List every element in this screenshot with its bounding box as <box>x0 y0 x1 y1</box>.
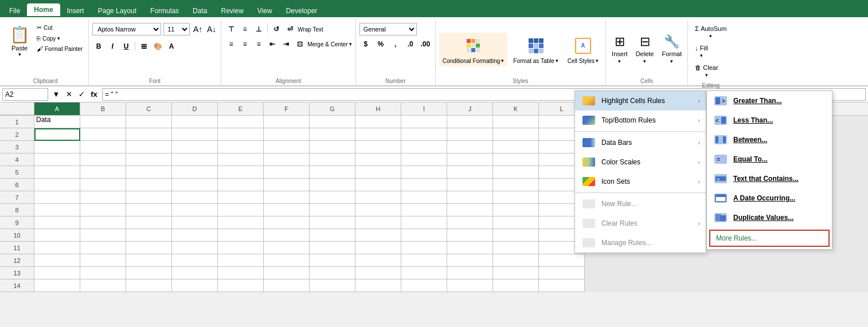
col-header-g[interactable]: G <box>310 103 355 115</box>
cell-a2[interactable] <box>34 128 80 141</box>
cell-h6[interactable] <box>355 179 401 191</box>
cell-b10[interactable] <box>80 229 126 242</box>
cell-d7[interactable] <box>172 191 218 204</box>
cell-j1[interactable] <box>447 116 493 128</box>
cell-h1[interactable] <box>355 116 401 128</box>
cell-j2[interactable] <box>447 128 493 141</box>
format-button[interactable]: 🔧 Format ▾ <box>659 32 684 66</box>
cell-a12[interactable] <box>34 254 80 267</box>
col-header-e[interactable]: E <box>218 103 264 115</box>
cell-d4[interactable] <box>172 153 218 166</box>
col-header-h[interactable]: H <box>355 103 401 115</box>
cell-c6[interactable] <box>126 179 172 191</box>
cell-a11[interactable] <box>34 242 80 254</box>
font-size-select[interactable]: 11 <box>163 23 190 36</box>
cell-a13[interactable] <box>34 267 80 279</box>
cell-h4[interactable] <box>355 153 401 166</box>
cell-g12[interactable] <box>310 254 355 267</box>
cell-f14[interactable] <box>264 279 310 292</box>
cell-a4[interactable] <box>34 153 80 166</box>
cell-b8[interactable] <box>80 204 126 216</box>
cell-b11[interactable] <box>80 242 126 254</box>
cell-b1[interactable] <box>80 116 126 128</box>
cell-f5[interactable] <box>264 166 310 179</box>
cell-c13[interactable] <box>126 267 172 279</box>
col-header-b[interactable]: B <box>80 103 126 115</box>
tab-insert[interactable]: Insert <box>60 5 91 17</box>
col-header-d[interactable]: D <box>172 103 218 115</box>
cell-c11[interactable] <box>126 242 172 254</box>
sub-equal-item[interactable]: = Equal To... <box>707 149 832 169</box>
currency-button[interactable]: $ <box>359 38 372 50</box>
cell-i2[interactable] <box>401 128 447 141</box>
cell-e13[interactable] <box>218 267 264 279</box>
cell-c14[interactable] <box>126 279 172 292</box>
tab-formulas[interactable]: Formulas <box>143 5 186 17</box>
cell-e8[interactable] <box>218 204 264 216</box>
cell-i12[interactable] <box>401 254 447 267</box>
cell-j8[interactable] <box>447 204 493 216</box>
cell-l14[interactable] <box>539 279 585 292</box>
col-header-f[interactable]: F <box>264 103 310 115</box>
cell-k5[interactable] <box>493 166 539 179</box>
cell-d12[interactable] <box>172 254 218 267</box>
cell-j6[interactable] <box>447 179 493 191</box>
borders-button[interactable]: ⊞ <box>138 40 150 53</box>
cell-l13[interactable] <box>539 267 585 279</box>
col-header-a[interactable]: A <box>34 103 80 115</box>
cell-a6[interactable] <box>34 179 80 191</box>
cell-i6[interactable] <box>401 179 447 191</box>
cell-c2[interactable] <box>126 128 172 141</box>
cell-g6[interactable] <box>310 179 355 191</box>
cell-g10[interactable] <box>310 229 355 242</box>
cell-h7[interactable] <box>355 191 401 204</box>
name-box[interactable] <box>2 88 48 101</box>
cell-f1[interactable] <box>264 116 310 128</box>
align-left-button[interactable]: ≡ <box>225 38 237 50</box>
bold-button[interactable]: B <box>92 40 105 53</box>
cell-g7[interactable] <box>310 191 355 204</box>
cell-i14[interactable] <box>401 279 447 292</box>
cell-k9[interactable] <box>493 216 539 229</box>
cell-f9[interactable] <box>264 216 310 229</box>
cell-c4[interactable] <box>126 153 172 166</box>
cell-b13[interactable] <box>80 267 126 279</box>
cell-d5[interactable] <box>172 166 218 179</box>
cf-managerules-item[interactable]: Manage Rules... <box>575 233 706 253</box>
cell-k11[interactable] <box>493 242 539 254</box>
cf-databars-item[interactable]: Data Bars › <box>575 133 706 152</box>
tab-developer[interactable]: Developer <box>279 5 324 17</box>
cell-k8[interactable] <box>493 204 539 216</box>
cell-g4[interactable] <box>310 153 355 166</box>
tab-file[interactable]: File <box>2 5 27 17</box>
number-format-select[interactable]: General <box>359 23 417 36</box>
cell-g14[interactable] <box>310 279 355 292</box>
col-header-c[interactable]: C <box>126 103 172 115</box>
cell-i1[interactable] <box>401 116 447 128</box>
decrease-indent-button[interactable]: ⇤ <box>266 38 279 50</box>
cell-j13[interactable] <box>447 267 493 279</box>
cell-h9[interactable] <box>355 216 401 229</box>
cell-f12[interactable] <box>264 254 310 267</box>
cell-b5[interactable] <box>80 166 126 179</box>
cell-d9[interactable] <box>172 216 218 229</box>
cell-k3[interactable] <box>493 141 539 153</box>
cell-d2[interactable] <box>172 128 218 141</box>
cell-f13[interactable] <box>264 267 310 279</box>
increase-indent-button[interactable]: ⇥ <box>280 38 292 50</box>
conditional-formatting-button[interactable]: Conditional Formatting ▾ <box>439 33 508 66</box>
merge-center-button[interactable]: ⊡ <box>294 38 306 50</box>
col-header-i[interactable]: I <box>401 103 447 115</box>
cell-e4[interactable] <box>218 153 264 166</box>
cell-h14[interactable] <box>355 279 401 292</box>
cf-colorscales-item[interactable]: Color Scales › <box>575 152 706 172</box>
cell-i8[interactable] <box>401 204 447 216</box>
cell-h3[interactable] <box>355 141 401 153</box>
cell-f4[interactable] <box>264 153 310 166</box>
font-family-select[interactable]: Aptos Narrow <box>92 23 161 36</box>
cell-i11[interactable] <box>401 242 447 254</box>
cell-e9[interactable] <box>218 216 264 229</box>
cell-c1[interactable] <box>126 116 172 128</box>
cell-e1[interactable] <box>218 116 264 128</box>
cell-e7[interactable] <box>218 191 264 204</box>
